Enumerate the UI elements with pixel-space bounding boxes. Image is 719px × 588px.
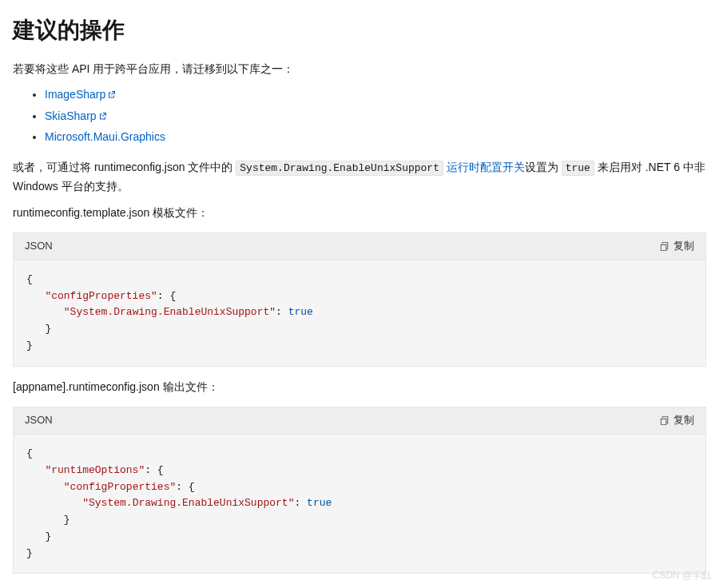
link-runtime-config-switch[interactable]: 运行时配置开关: [443, 161, 525, 173]
list-item: Microsoft.Maui.Graphics: [45, 128, 706, 145]
copy-label: 复制: [673, 412, 694, 429]
alternative-paragraph: 或者，可通过将 runtimeconfig.json 文件中的 System.D…: [13, 158, 706, 195]
copy-label: 复制: [673, 238, 694, 255]
link-skiasharp[interactable]: SkiaSharp: [45, 109, 107, 122]
link-label: SkiaSharp: [45, 109, 97, 122]
copy-button[interactable]: 复制: [660, 238, 694, 255]
code-body: { "configProperties": { "System.Drawing.…: [14, 260, 705, 366]
inline-code-enableunix: System.Drawing.EnableUnixSupport: [236, 161, 443, 176]
heading-recommended-action: 建议的操作: [13, 13, 706, 49]
library-list: ImageSharp SkiaSharp Microsoft.Maui.Grap…: [13, 85, 706, 145]
copy-icon: [660, 415, 670, 426]
code-block-2: JSON 复制 { "runtimeOptions": { "configPro…: [13, 407, 706, 574]
code-lang-label: JSON: [25, 412, 53, 429]
external-link-icon: [108, 85, 116, 103]
link-label: ImageSharp: [45, 88, 105, 101]
code-block-1: JSON 复制 { "configProperties": { "System.…: [13, 232, 706, 367]
code-caption-2: [appname].runtimeconfig.json 输出文件：: [13, 378, 706, 395]
list-item: ImageSharp: [45, 85, 706, 103]
code-header: JSON 复制: [14, 233, 705, 260]
code-caption-1: runtimeconfig.template.json 模板文件：: [13, 204, 706, 221]
list-item: SkiaSharp: [45, 107, 706, 125]
intro-paragraph: 若要将这些 API 用于跨平台应用，请迁移到以下库之一：: [13, 60, 706, 77]
link-maui-graphics[interactable]: Microsoft.Maui.Graphics: [45, 130, 165, 143]
external-link-icon: [99, 107, 107, 125]
code-body: { "runtimeOptions": { "configProperties"…: [14, 435, 705, 574]
inline-code-true: true: [562, 161, 594, 176]
link-imagesharp[interactable]: ImageSharp: [45, 88, 116, 101]
copy-icon: [660, 241, 670, 252]
code-header: JSON 复制: [14, 407, 705, 435]
para-text: 设置为: [525, 161, 562, 173]
copy-button[interactable]: 复制: [660, 412, 694, 429]
code-lang-label: JSON: [25, 238, 53, 255]
para-text: 或者，可通过将 runtimeconfig.json 文件中的: [13, 161, 236, 173]
